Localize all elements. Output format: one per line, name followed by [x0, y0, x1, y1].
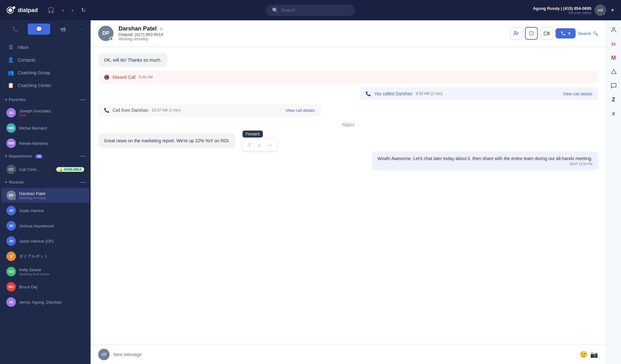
call-button[interactable]: ▾ [556, 28, 576, 38]
favorites-collapse-btn[interactable]: — [80, 97, 85, 103]
emoji-icon[interactable]: 🙂 [580, 351, 588, 358]
recent-joshua-hazelwood[interactable]: JH Joshua Hazelwood [1, 219, 89, 233]
message-5-wrapper: Great news on the marketing report. We'r… [98, 134, 235, 148]
forward-button[interactable]: › [70, 5, 75, 16]
recent-justin-herrick-dp[interactable]: JH Justin Herrick (DP) [1, 234, 89, 248]
user-info: Agung Rusdy | (415) 854-0695 Set your st… [533, 4, 616, 16]
user-avatar[interactable]: AR [595, 4, 606, 16]
recent-darshan-patel[interactable]: DP Darshan Patel Working remotely [1, 188, 89, 203]
camera-icon[interactable]: 📷 [590, 351, 598, 358]
department-call-center[interactable]: CC Call Cent... 🔔 AVAILABLE [1, 162, 89, 177]
message-5: Great news on the marketing report. We'r… [98, 134, 235, 148]
missed-call-icon: 📵 [104, 75, 109, 80]
refresh-button[interactable]: ↻ [79, 5, 88, 16]
sidebar-item-coaching-center[interactable]: 📋 Coaching Center [3, 79, 88, 91]
header-search-link[interactable]: Search 🔍 [578, 31, 598, 36]
svg-marker-10 [548, 32, 549, 35]
missed-call-item: 📵 Missed Call 9:46 AM [98, 71, 598, 84]
incoming-call-icon: 📞 [104, 108, 109, 113]
right-zendesk-icon[interactable]: Z [608, 94, 619, 105]
star-icon[interactable]: ☆ [159, 26, 163, 31]
right-gmail-icon[interactable]: M [608, 52, 619, 64]
favorites-section-header[interactable]: ▾ Favorites — [0, 94, 91, 105]
svg-point-3 [515, 31, 516, 33]
contact-renee-martinez[interactable]: RM Renee Martinez [1, 136, 89, 151]
right-calendar-icon[interactable]: 31 [608, 38, 619, 50]
recent-jenny-group[interactable]: JA Jenny, Agung, Darshan [1, 295, 89, 309]
contact-michel-bernard[interactable]: MB Michel Bernard [1, 121, 89, 135]
message-action-bar: ⤴ ☆ ⋯ [242, 139, 277, 151]
view-call-details-incoming[interactable]: View call details [286, 108, 315, 113]
back-button[interactable]: ‹ [60, 5, 66, 16]
right-contacts-icon[interactable] [608, 24, 619, 36]
video-call-btn[interactable] [540, 27, 553, 40]
recent-kelly-searle[interactable]: KS Kelly Searle Working from home [1, 264, 89, 279]
message-6: Woah! Awesome. Let's chat later today ab… [372, 152, 598, 170]
info-btn[interactable] [525, 27, 538, 40]
user-status-label[interactable]: Set your status [533, 11, 591, 15]
avatar-darshan-patel: DP [6, 191, 16, 200]
available-badge: 🔔 AVAILABLE [56, 167, 84, 172]
avatar-justin-herrick-dp: JH [6, 236, 16, 246]
chat-contact-avatar: DP [98, 26, 113, 41]
message-actions-area: Forward ⤴ ☆ ⋯ [242, 131, 277, 151]
top-navigation: dialpad 🎧 ‹ › ↻ 🔍 Agung Rusdy | (415) 85… [0, 0, 621, 20]
user-name: Agung Rusdy | (415) 854-0695 [533, 6, 591, 11]
user-menu-chevron[interactable]: ▾ [609, 5, 616, 16]
search-input[interactable] [281, 8, 348, 13]
more-action-btn[interactable]: ⋯ [265, 141, 274, 150]
chat-tab[interactable]: 💬 [28, 24, 50, 35]
contact-joseph-gonzalez[interactable]: JG Joseph Gonzalez DND [1, 105, 89, 120]
search-icon-header: 🔍 [593, 31, 598, 36]
headset-icon[interactable]: 🎧 [45, 5, 56, 16]
avatar-kelly-searle: KS [6, 267, 16, 276]
coaching-center-icon: 📋 [8, 82, 14, 88]
forward-tooltip: Forward [242, 131, 263, 138]
video-tab[interactable]: 📹 [51, 24, 74, 35]
phone-label: Dialpad: [119, 32, 134, 37]
sidebar-toolbar: 📞 💬 📹 ⋯ [0, 20, 91, 38]
sidebar-item-contacts[interactable]: 👤 Contacts [3, 54, 88, 66]
left-sidebar: 📞 💬 📹 ⋯ ☰ Inbox 👤 Contacts 👥 Coaching Gr… [0, 20, 91, 364]
recent-bruce-dej[interactable]: BD Bruce Dej [1, 280, 89, 294]
phone-tab[interactable]: 📞 [4, 24, 26, 35]
right-excel-icon[interactable]: X [608, 108, 619, 119]
date-separator: TODAY [98, 120, 598, 130]
recents-chevron-icon: ▾ [5, 180, 7, 185]
recents-collapse-btn[interactable]: — [80, 179, 85, 185]
phone-number: (617) 863-8014 [135, 32, 163, 37]
right-chat-icon[interactable] [608, 80, 619, 91]
app-logo[interactable]: dialpad [5, 5, 38, 15]
chat-header-info: Darshan Patel ☆ Dialpad: (617) 863-8014 … [119, 25, 505, 41]
avatar-renee-martinez: RM [6, 138, 16, 148]
favorites-chevron-icon: ▾ [5, 98, 7, 102]
message-input-area: AR 🙂 📷 [91, 345, 606, 364]
recent-dial-bot[interactable]: ダ ダイアルボット [1, 249, 89, 264]
search-icon: 🔍 [272, 7, 278, 13]
share-action-btn[interactable]: ⤴ [245, 141, 254, 150]
svg-rect-9 [544, 32, 548, 35]
avatar-michel-bernard: MB [6, 123, 16, 133]
message-1: OK, will do! Thanks so much. [98, 53, 167, 67]
chat-area: DP Darshan Patel ☆ Dialpad: (617) 863-80… [91, 20, 606, 364]
recents-section-header[interactable]: ▾ Recents — [0, 177, 91, 188]
sidebar-item-coaching-group[interactable]: 👥 Coaching Group [3, 66, 88, 79]
star-action-btn[interactable]: ☆ [255, 141, 264, 150]
svg-point-11 [612, 28, 615, 30]
view-call-details-outgoing[interactable]: View call details [563, 91, 592, 96]
message-input[interactable] [113, 352, 576, 357]
coaching-group-icon: 👥 [8, 70, 14, 76]
sidebar-item-inbox[interactable]: ☰ Inbox [3, 41, 88, 53]
departments-section-header[interactable]: ▾ Departments 28 — [0, 151, 91, 162]
incoming-call-item: 📞 Call from Darshan 10:37 AM (1 min) Vie… [98, 104, 321, 117]
departments-collapse-btn[interactable]: — [80, 153, 85, 159]
call-btn-label: ▾ [568, 31, 570, 36]
more-tab[interactable]: ⋯ [75, 24, 87, 35]
add-contact-btn[interactable] [510, 27, 522, 40]
global-search[interactable]: 🔍 [266, 5, 355, 16]
message-input-icons: 🙂 📷 [580, 351, 598, 358]
contacts-nav-icon: 👤 [8, 57, 14, 63]
contact-info-joseph: Joseph Gonzalez DND [19, 109, 84, 117]
right-drive-icon[interactable] [608, 66, 619, 78]
recent-justin-herrick[interactable]: JH Justin Herrick [1, 203, 89, 218]
